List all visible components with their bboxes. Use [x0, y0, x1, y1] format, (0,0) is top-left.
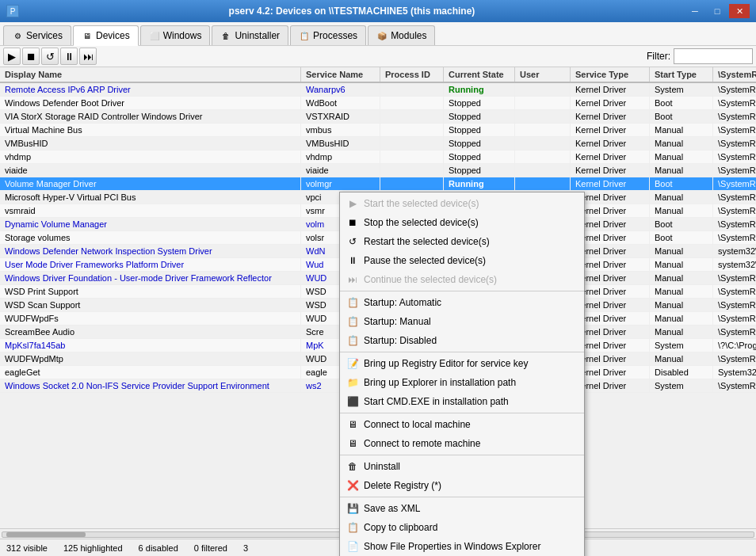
- menu-item-uninstall[interactable]: 🗑Uninstall: [340, 457, 584, 476]
- table-row[interactable]: Volume Manager Driver volmgr Running Ker…: [0, 177, 756, 191]
- col-header-state[interactable]: Current State: [444, 67, 515, 82]
- restart-icon: ↺: [346, 235, 359, 248]
- menu-separator: [340, 413, 584, 413]
- cell-path: \SystemRo: [713, 97, 756, 109]
- toolbar-btn-4[interactable]: ⏭: [79, 48, 97, 65]
- menu-label-local: Connect to local machine: [364, 419, 471, 430]
- menu-label-startup-auto: Startup: Automatic: [364, 297, 441, 308]
- tab-services[interactable]: ⚙Services: [3, 25, 71, 45]
- table-row[interactable]: viaide viaide Stopped Kernel Driver Manu…: [0, 164, 756, 177]
- save-xml-icon: 💾: [346, 502, 359, 515]
- cell-display: WUDFWpdMtp: [0, 352, 301, 365]
- cell-start: Boot: [650, 97, 713, 109]
- tab-windows[interactable]: ⬜Windows: [140, 25, 211, 45]
- table-row[interactable]: Virtual Machine Bus vmbus Stopped Kernel…: [0, 124, 756, 137]
- menu-item-save-xml[interactable]: 💾Save as XML: [340, 499, 584, 518]
- menu-item-restart[interactable]: ↺Restart the selected device(s): [340, 232, 584, 251]
- menu-label-continue: Continue the selected device(s): [364, 274, 497, 285]
- col-header-type[interactable]: Service Type: [571, 67, 650, 82]
- cell-display: WSD Print Support: [0, 285, 301, 298]
- table-row[interactable]: vhdmp vhdmp Stopped Kernel Driver Manual…: [0, 150, 756, 164]
- menu-item-clipboard[interactable]: 📋Copy to clipboard: [340, 518, 584, 537]
- cell-state: Stopped: [444, 150, 515, 163]
- cell-start: Manual: [650, 245, 713, 257]
- cell-service: vmbus: [301, 124, 380, 136]
- menu-separator: [340, 352, 584, 352]
- cell-path: \SystemRo: [713, 150, 756, 163]
- tab-devices[interactable]: 🖥Devices: [73, 25, 139, 46]
- cell-service: Wanarpv6: [301, 83, 380, 96]
- cell-display: WUDFWpdFs: [0, 312, 301, 325]
- menu-item-continue: ⏭Continue the selected device(s): [340, 270, 584, 289]
- stop-icon: ⏹: [346, 216, 359, 229]
- menu-item-registry[interactable]: 📝Bring up Registry Editor for service ke…: [340, 354, 584, 373]
- cell-type: Kernel Driver: [571, 83, 650, 96]
- restore-button[interactable]: □: [707, 4, 727, 18]
- toolbar-btn-0[interactable]: ▶: [3, 48, 21, 65]
- tab-modules[interactable]: 📦Modules: [368, 25, 435, 45]
- table-row[interactable]: VIA StorX Storage RAID Controller Window…: [0, 110, 756, 124]
- col-header-user[interactable]: User: [515, 67, 571, 82]
- tab-processes[interactable]: 📋Processes: [290, 25, 366, 45]
- devices-icon: 🖥: [82, 30, 93, 41]
- cell-start: Manual: [650, 326, 713, 338]
- toolbar-btn-3[interactable]: ⏸: [60, 48, 78, 65]
- cell-start: Manual: [650, 272, 713, 284]
- menu-item-startup-dis[interactable]: 📋Startup: Disabled: [340, 331, 584, 350]
- cell-path: \SystemRo: [713, 83, 756, 96]
- table-row[interactable]: VMBusHID VMBusHID Stopped Kernel Driver …: [0, 137, 756, 150]
- cell-user: [515, 177, 571, 190]
- menu-item-pause[interactable]: ⏸Pause the selected device(s): [340, 251, 584, 270]
- modules-icon: 📦: [376, 30, 388, 41]
- cell-display: Windows Defender Boot Driver: [0, 97, 301, 109]
- cell-display: MpKsl7fa145ab: [0, 339, 301, 352]
- cell-start: Manual: [650, 285, 713, 298]
- cell-pid: [380, 110, 444, 123]
- cell-path: \SystemRo: [713, 124, 756, 136]
- table-row[interactable]: Windows Defender Boot Driver WdBoot Stop…: [0, 97, 756, 110]
- menu-separator: [340, 497, 584, 497]
- cell-display: User Mode Driver Frameworks Platform Dri…: [0, 258, 301, 271]
- table-row[interactable]: Remote Access IPv6 ARP Driver Wanarpv6 R…: [0, 83, 756, 97]
- menu-item-startup-man[interactable]: 📋Startup: Manual: [340, 312, 584, 331]
- cell-user: [515, 83, 571, 96]
- toolbar-btn-2[interactable]: ↺: [41, 48, 59, 65]
- tab-uninstaller[interactable]: 🗑Uninstaller: [212, 25, 288, 45]
- cell-start: Manual: [650, 137, 713, 150]
- col-header-display[interactable]: Display Name: [0, 67, 301, 82]
- close-button[interactable]: ✕: [729, 4, 750, 18]
- menu-item-startup-auto[interactable]: 📋Startup: Automatic: [340, 293, 584, 312]
- col-header-start[interactable]: Start Type: [650, 67, 713, 82]
- cell-start: Manual: [650, 124, 713, 136]
- menu-label-uninstall: Uninstall: [364, 461, 400, 472]
- scroll-thumb[interactable]: [6, 532, 86, 537]
- cell-type: Kernel Driver: [571, 124, 650, 136]
- menu-item-stop[interactable]: ⏹Stop the selected device(s): [340, 213, 584, 232]
- menu-item-delete-reg[interactable]: ❌Delete Registry (*): [340, 476, 584, 495]
- status-extra: 3: [243, 543, 248, 553]
- menu-item-file-props[interactable]: 📄Show File Properties in Windows Explore…: [340, 537, 584, 556]
- menu-label-startup-dis: Startup: Disabled: [364, 335, 437, 346]
- cell-service: volmgr: [301, 177, 380, 190]
- toolbar-btn-1[interactable]: ⏹: [22, 48, 40, 65]
- menu-item-local[interactable]: 🖥Connect to local machine: [340, 415, 584, 434]
- cell-start: Manual: [650, 191, 713, 204]
- minimize-button[interactable]: ─: [685, 4, 705, 18]
- menu-item-cmd[interactable]: ⬛Start CMD.EXE in installation path: [340, 392, 584, 411]
- toolbar: ▶⏹↺⏸⏭Filter:: [0, 46, 756, 67]
- cell-start: Boot: [650, 177, 713, 190]
- menu-label-cmd: Start CMD.EXE in installation path: [364, 396, 509, 407]
- col-header-service[interactable]: Service Name: [301, 67, 380, 82]
- cell-type: Kernel Driver: [571, 177, 650, 190]
- tab-label-windows: Windows: [163, 30, 202, 41]
- col-header-pid[interactable]: Process ID: [380, 67, 444, 82]
- menu-item-explorer[interactable]: 📁Bring up Explorer in installation path: [340, 373, 584, 392]
- filter-area: Filter:: [647, 48, 753, 64]
- explorer-icon: 📁: [346, 376, 359, 389]
- status-highlighted: 125 highlighted: [63, 543, 123, 553]
- cell-start: Manual: [650, 164, 713, 177]
- col-header-path[interactable]: \SystemRo...: [713, 67, 756, 82]
- menu-item-remote[interactable]: 🖥Connect to remote machine: [340, 434, 584, 453]
- filter-input[interactable]: [674, 48, 753, 64]
- cell-start: System: [650, 379, 713, 392]
